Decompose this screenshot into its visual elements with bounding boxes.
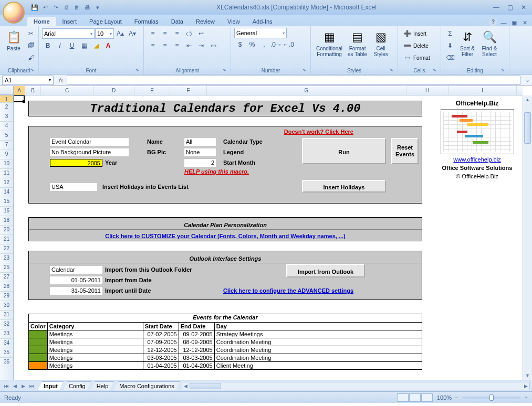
fill-icon[interactable]: ⬇ [444, 40, 456, 51]
scroll-left-icon[interactable]: ◀ [182, 382, 190, 390]
align-left-icon[interactable]: ≡ [147, 40, 159, 51]
tab-page-layout[interactable]: Page Layout [83, 17, 128, 26]
tab-last-icon[interactable]: ⏭ [27, 383, 36, 389]
tab-formulas[interactable]: Formulas [128, 17, 165, 26]
table-row[interactable]: Meetings07-02-200509-02-2005Strategy Mee… [29, 330, 422, 338]
from-date-value[interactable]: 01-05-2011 [50, 276, 102, 284]
customize-link[interactable]: Click here to CUSTOMIZE your Calendar (F… [105, 233, 345, 239]
table-row[interactable]: Meetings03-03-200503-03-2005Coordination… [29, 354, 422, 362]
row-header[interactable]: 20 [0, 226, 13, 235]
row-header[interactable]: 34 [0, 339, 13, 348]
redo-icon[interactable]: ↷ [51, 3, 60, 12]
find-select-button[interactable]: 🔍Find & Select [479, 28, 500, 58]
column-header[interactable]: G [207, 86, 406, 95]
zoom-out-icon[interactable]: − [455, 394, 458, 401]
sheet-tab[interactable]: Help [91, 381, 114, 390]
row-header[interactable]: 29 [0, 292, 13, 301]
merge-icon[interactable]: ▭ [207, 40, 219, 51]
help-macro-link[interactable]: HELP using this macro. [184, 168, 249, 175]
row-header[interactable]: 32 [0, 320, 13, 329]
sheet-tab[interactable]: Config [63, 381, 91, 390]
cut-icon[interactable]: ✂ [25, 28, 37, 39]
underline-icon[interactable]: U [66, 40, 78, 51]
row-header[interactable]: 14 [0, 188, 13, 197]
row-header[interactable]: 3 [0, 112, 13, 122]
view-layout-icon[interactable] [409, 393, 421, 402]
column-header[interactable]: C [41, 86, 93, 95]
office-button[interactable] [3, 2, 25, 24]
sheet-tab[interactable]: Input [38, 381, 64, 390]
insert-cells-icon[interactable]: ➕ [401, 28, 413, 39]
format-as-table-button[interactable]: ▤Format as Table [346, 28, 369, 58]
advanced-settings-link[interactable]: Click here to configure the ADVANCED set… [223, 287, 353, 294]
help-icon[interactable]: ? [489, 18, 497, 26]
row-header[interactable]: 23 [0, 254, 13, 263]
expand-formula-icon[interactable]: ⌄ [523, 77, 532, 83]
table-row[interactable]: Meetings12-12-200512-12-2005Coordination… [29, 346, 422, 354]
view-normal-icon[interactable] [397, 393, 409, 402]
row-header[interactable]: 4 [0, 122, 13, 131]
align-mid-icon[interactable]: ≡ [159, 28, 171, 39]
column-header[interactable]: D [93, 86, 134, 95]
format-cells-icon[interactable]: ▭ [401, 52, 413, 63]
comma-icon[interactable]: , [258, 39, 270, 50]
column-header[interactable]: I [448, 86, 517, 95]
row-header[interactable]: 25 [0, 263, 13, 273]
bold-icon[interactable]: B [42, 40, 54, 51]
zoom-level[interactable]: 100% [437, 394, 452, 401]
clear-icon[interactable]: ⌫ [444, 52, 456, 63]
column-header[interactable]: E [134, 86, 170, 95]
horizontal-scrollbar[interactable]: ◀ ▶ [182, 382, 530, 390]
qat-icon[interactable]: 🖶 [83, 3, 91, 12]
formula-input[interactable] [67, 76, 520, 85]
inc-decimal-icon[interactable]: .0→ [270, 39, 282, 50]
border-icon[interactable]: ▦ [78, 40, 90, 51]
italic-icon[interactable]: I [54, 40, 66, 51]
vertical-scrollbar[interactable]: ▲ ▼ [523, 95, 532, 380]
row-header[interactable]: 9 [0, 150, 13, 159]
shrink-font-icon[interactable]: A▾ [127, 28, 138, 39]
until-date-value[interactable]: 31-05-2011 [50, 287, 102, 295]
align-center-icon[interactable]: ≡ [159, 40, 171, 51]
tab-prev-icon[interactable]: ◀ [11, 383, 19, 389]
number-format-combo[interactable]: General▾ [234, 28, 287, 38]
row-header[interactable]: 7 [0, 141, 13, 150]
format-painter-icon[interactable]: 🖌 [25, 52, 37, 63]
font-size-combo[interactable]: 10▾ [95, 28, 114, 39]
paste-button[interactable]: 📋 Paste [3, 28, 24, 52]
format-label[interactable]: Format [413, 55, 430, 61]
row-header[interactable]: 30 [0, 301, 13, 311]
name-box[interactable]: A1▾ [2, 76, 54, 85]
insert-holidays-button[interactable]: Insert Holidays [302, 180, 386, 193]
font-name-combo[interactable]: Arial▾ [42, 28, 95, 39]
start-month-value[interactable]: 2 [184, 159, 216, 167]
event-calendar-value[interactable]: Event Calendar [50, 138, 129, 146]
tab-data[interactable]: Data [165, 17, 190, 26]
indent-dec-icon[interactable]: ⇤ [183, 40, 195, 51]
inner-minimize-icon[interactable]: — [499, 19, 508, 26]
conditional-formatting-button[interactable]: ▦Conditional Formatting [314, 28, 345, 58]
column-header[interactable]: B [25, 86, 41, 95]
scroll-right-icon[interactable]: ▶ [522, 382, 529, 390]
orientation-icon[interactable]: ⭯ [183, 28, 195, 39]
inner-close-icon[interactable]: ✕ [520, 19, 529, 26]
row-header[interactable]: 16 [0, 207, 13, 216]
worksheet-grid[interactable]: Traditional Calendars for Excel Vs 4.00 … [14, 95, 523, 380]
column-header[interactable]: A [14, 86, 25, 95]
tab-next-icon[interactable]: ▶ [19, 383, 27, 389]
outlook-folder-value[interactable]: Calendar [50, 266, 102, 274]
qat-icon[interactable]: 🗎 [72, 3, 81, 12]
row-header[interactable]: 18 [0, 216, 13, 226]
row-header[interactable]: 31 [0, 311, 13, 320]
maximize-icon[interactable]: ▢ [505, 3, 515, 12]
currency-icon[interactable]: $ [234, 39, 246, 50]
row-header[interactable]: 35 [0, 348, 13, 358]
doesnt-work-link[interactable]: Doesn't work? Click Here [284, 129, 353, 135]
import-outlook-button[interactable]: Import from Outlook [286, 264, 365, 277]
save-icon[interactable]: 💾 [30, 3, 39, 12]
close-icon[interactable]: ✕ [518, 3, 529, 12]
tab-review[interactable]: Review [190, 17, 221, 26]
scroll-down-icon[interactable]: ▼ [523, 371, 532, 380]
minimize-icon[interactable]: — [491, 3, 502, 12]
row-header[interactable]: 15 [0, 197, 13, 207]
